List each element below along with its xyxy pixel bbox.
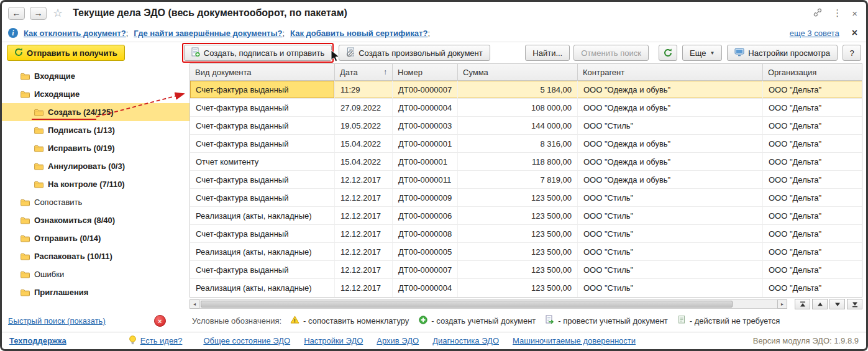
table-row[interactable]: Счет-фактура выданный12.12.2017ДТ00-0000… — [190, 189, 862, 207]
table-cell: ООО "Стиль" — [578, 189, 763, 206]
close-window-icon[interactable]: × — [852, 8, 857, 19]
table-cell: 108 000,00 — [458, 99, 578, 116]
documents-table: Счет-фактура выданный11:29ДТ00-00000075 … — [190, 81, 862, 298]
send-receive-button[interactable]: Отправить и получить — [7, 45, 125, 61]
sidebar-item-9[interactable]: Отправить (0/14) — [2, 229, 190, 247]
link-icon[interactable] — [813, 7, 823, 19]
folder-icon — [21, 73, 30, 80]
green-plus-icon — [419, 316, 427, 326]
create-document-icon — [191, 47, 200, 59]
footer-link-2[interactable]: Настройки ЭДО — [304, 336, 363, 345]
column-header[interactable]: Сумма — [458, 64, 578, 80]
forward-button[interactable]: → — [30, 7, 47, 20]
table-cell: ДТ00-0000004 — [393, 99, 458, 116]
tip-link-2[interactable]: Где найти завершённые документы? — [134, 29, 282, 38]
column-header[interactable]: Организация — [763, 64, 862, 80]
table-cell: Счет-фактура выданный — [190, 117, 335, 134]
table-row[interactable]: Реализация (акты, накладные)12.12.2017ДТ… — [190, 279, 862, 297]
table-row[interactable]: Реализация (акты, накладные)12.12.2017ДТ… — [190, 207, 862, 225]
sidebar-item-label: Аннулировать (0/3) — [48, 162, 125, 171]
list-top-button[interactable] — [795, 299, 810, 309]
view-settings-button[interactable]: Настройки просмотра — [727, 45, 838, 61]
column-header[interactable]: Контрагент — [578, 64, 763, 80]
create-sign-send-button[interactable]: Создать, подписать и отправить — [184, 45, 332, 61]
column-header[interactable]: Дата↑ — [335, 64, 393, 80]
folders-tree: ВходящиеИсходящиеСоздать (24/125)Подписа… — [2, 67, 190, 301]
folder-icon — [34, 181, 43, 188]
footer-link-4[interactable]: Диагностика ЭДО — [432, 336, 499, 345]
table-cell: Счет-фактура выданный — [190, 99, 335, 116]
table-cell: Счет-фактура выданный — [190, 261, 335, 278]
table-cell: Реализация (акты, накладные) — [190, 243, 335, 260]
footer-link-3[interactable]: Архив ЭДО — [377, 336, 419, 345]
sidebar-item-7[interactable]: Сопоставить — [2, 193, 190, 211]
table-cell: 123 500,00 — [458, 261, 578, 278]
table-row[interactable]: Счет-фактура выданный12.12.2017ДТ00-0000… — [190, 171, 862, 189]
tip-separator: ; — [282, 29, 285, 38]
column-header[interactable]: Вид документа — [190, 64, 335, 80]
more-button[interactable]: Еще ▼ — [682, 45, 722, 61]
list-up-button[interactable] — [812, 299, 828, 309]
legend-item-text: - действий не требуется — [690, 316, 780, 326]
footer-link-1[interactable]: Общее состояние ЭДО — [203, 336, 290, 345]
tip-link-1[interactable]: Как отклонить документ? — [24, 29, 126, 38]
sidebar-item-4[interactable]: Исправить (0/19) — [2, 139, 190, 157]
sidebar-item-12[interactable]: Приглашения — [2, 283, 190, 301]
table-row[interactable]: Отчет комитенту15.04.2022ДТ00-000001118 … — [190, 153, 862, 171]
table-cell: ООО "Дельта" — [763, 117, 862, 134]
back-button[interactable]: ← — [8, 7, 25, 20]
more-menu-icon[interactable]: ⋮ — [833, 7, 842, 19]
tip-link-3[interactable]: Как добавить новый сертификат? — [290, 29, 427, 38]
column-header[interactable]: Номер — [393, 64, 458, 80]
scrollbar-track[interactable] — [199, 299, 777, 309]
table-row[interactable]: Счет-фактура выданный12.12.2017ДТ00-0000… — [190, 261, 862, 279]
table-cell: 123 500,00 — [458, 243, 578, 260]
legend-item: - действий не требуется — [678, 315, 780, 326]
refresh-button[interactable] — [659, 45, 677, 61]
find-button[interactable]: Найти... — [525, 45, 570, 61]
sidebar-item-10[interactable]: Распаковать (10/11) — [2, 247, 190, 265]
support-link[interactable]: Техподдержка — [9, 336, 66, 345]
quick-search-link[interactable]: Быстрый поиск (показать) — [8, 316, 106, 326]
table-row[interactable]: Счет-фактура выданный27.09.2022ДТ00-0000… — [190, 99, 862, 117]
title-actions: ⋮ × — [813, 7, 857, 19]
sidebar-item-2[interactable]: Создать (24/125) — [2, 103, 190, 121]
create-arbitrary-button[interactable]: Создать произвольный документ — [339, 45, 490, 61]
refresh-icon — [14, 48, 23, 58]
scrollbar-thumb[interactable] — [201, 301, 733, 308]
idea-group: Есть идея? — [129, 335, 183, 347]
more-tips-link[interactable]: еще 3 совета — [790, 29, 839, 38]
help-button[interactable]: ? — [843, 45, 861, 61]
legend-label: Условные обозначения: — [192, 316, 281, 326]
sidebar-item-6[interactable]: На контроле (7/110) — [2, 175, 190, 193]
table-cell: 12.12.2017 — [335, 243, 393, 260]
table-row[interactable]: Реализация (акты, накладные)12.12.2017ДТ… — [190, 243, 862, 261]
table-row[interactable]: Счет-фактура выданный19.05.2022ДТ00-0000… — [190, 117, 862, 135]
list-down-button[interactable] — [829, 299, 845, 309]
sidebar-item-8[interactable]: Ознакомиться (8/40) — [2, 211, 190, 229]
sidebar-item-label: Исходящие — [34, 89, 80, 99]
table-cell: ООО "Одежда и обувь" — [578, 99, 763, 116]
sidebar-item-1[interactable]: Исходящие — [2, 85, 190, 103]
table-cell: Реализация (акты, накладные) — [190, 207, 335, 224]
close-tips-icon[interactable]: × — [852, 27, 857, 39]
scroll-left-button[interactable]: ◂ — [190, 299, 199, 309]
list-bottom-button[interactable] — [847, 299, 862, 309]
sidebar-item-label: Подписать (1/13) — [48, 125, 115, 135]
table-row[interactable]: Счет-фактура выданный15.04.2022ДТ00-0000… — [190, 135, 862, 153]
sidebar-item-11[interactable]: Ошибки — [2, 265, 190, 283]
idea-link[interactable]: Есть идея? — [140, 336, 183, 345]
sidebar-item-0[interactable]: Входящие — [2, 67, 190, 85]
page-title: Текущие дела ЭДО (весь документооборот, … — [73, 7, 347, 19]
clear-filter-button[interactable]: × — [154, 315, 166, 327]
scroll-right-button[interactable]: ▸ — [777, 299, 787, 309]
sidebar-item-5[interactable]: Аннулировать (0/3) — [2, 157, 190, 175]
cancel-search-button[interactable]: Отменить поиск — [573, 45, 649, 61]
favorite-star-icon[interactable]: ☆ — [53, 6, 63, 20]
table-row[interactable]: Счет-фактура выданный12.12.2017ДТ00-0000… — [190, 225, 862, 243]
table-cell: ДТ00-0000004 — [393, 279, 458, 297]
footer-link-5[interactable]: Машиночитаемые доверенности — [513, 336, 636, 345]
table-row[interactable]: Счет-фактура выданный11:29ДТ00-00000075 … — [190, 81, 862, 99]
table-cell: ООО "Дельта" — [763, 189, 862, 206]
sidebar-item-3[interactable]: Подписать (1/13) — [2, 121, 190, 139]
